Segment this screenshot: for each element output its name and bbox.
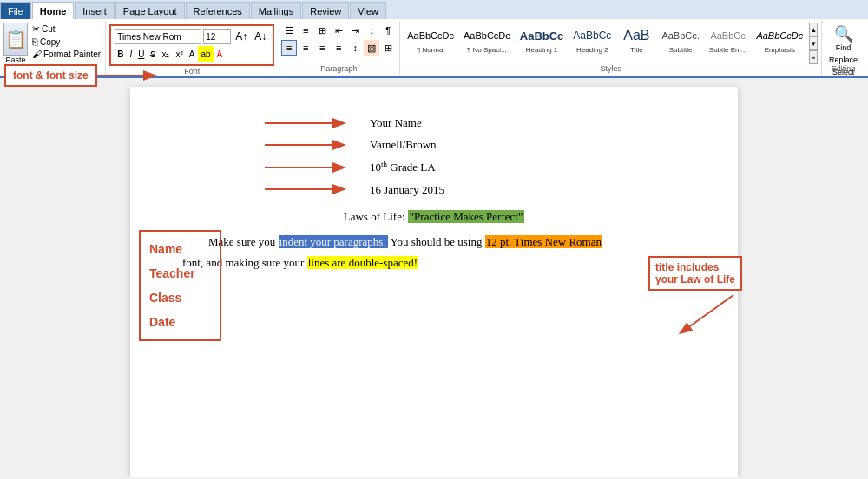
find-button[interactable]: 🔍 Find [827, 23, 859, 54]
line-spacing-button[interactable]: ↕ [347, 40, 363, 56]
show-hide-button[interactable]: ¶ [380, 23, 396, 38]
styles-scroll-up[interactable]: ▲ [809, 23, 818, 36]
style-heading1[interactable]: AaBbCc Heading 1 [516, 23, 568, 64]
tab-home[interactable]: Home [32, 2, 75, 19]
find-label: Find [836, 43, 852, 52]
multilevel-button[interactable]: ⊞ [314, 23, 330, 38]
tab-review[interactable]: Review [302, 2, 349, 19]
align-center-button[interactable]: ≡ [298, 40, 313, 56]
styles-group-label: Styles [400, 64, 821, 73]
highlight-button[interactable]: ab [198, 46, 213, 62]
ribbon-tabs: File Home Insert Page Layout References … [0, 0, 868, 19]
tab-page-layout[interactable]: Page Layout [115, 2, 185, 19]
style-normal[interactable]: AaBbCcDc ¶ Normal [404, 23, 457, 64]
tab-references[interactable]: References [186, 2, 250, 19]
format-painter-label: Format Painter [43, 49, 101, 59]
title-highlight: "Practice Makes Perfect" [408, 210, 524, 223]
styles-group: AaBbCcDc ¶ Normal AaBbCcDc ¶ No Spaci...… [400, 21, 822, 75]
date-label: Date [149, 310, 211, 334]
numbering-button[interactable]: ≡ [298, 23, 313, 38]
subscript-button[interactable]: x₂ [159, 46, 172, 62]
styles-scroll-buttons: ▲ ▼ ≡ [809, 23, 818, 64]
sort-button[interactable]: ↕ [364, 23, 379, 38]
increase-indent-button[interactable]: ⇥ [347, 23, 363, 38]
style-emphasis[interactable]: AaBbCcDc Emphasis [753, 23, 806, 64]
style-normal-preview: AaBbCcDc [407, 25, 454, 46]
style-no-spacing-preview: AaBbCcDc [464, 25, 510, 46]
font-grow-button[interactable]: A↑ [233, 29, 250, 44]
page: Name Teacher Class Date Your Name [130, 87, 738, 477]
font-name-input[interactable] [115, 29, 201, 44]
font-group-highlight: A↑ A↓ B I U S̶ x₂ x² A ab A [109, 24, 274, 66]
copy-button[interactable]: ⎘ Copy [31, 36, 102, 48]
paragraph-group: ☰ ≡ ⊞ ⇤ ⇥ ↕ ¶ ≡ ≡ ≡ ≡ ↕ ▧ ⊞ Paragraph [278, 21, 400, 75]
font-color-button[interactable]: A [214, 46, 226, 62]
title-line: Laws of Life: "Practice Makes Perfect" [182, 207, 686, 226]
align-left-button[interactable]: ≡ [281, 40, 297, 56]
paragraph-group-label: Paragraph [278, 64, 399, 73]
title-annotation: title includes your Law of Life [648, 256, 742, 338]
style-title-preview: AaB [623, 25, 649, 46]
tab-file[interactable]: File [0, 2, 31, 19]
name-label: Name [149, 237, 211, 261]
body-text-1b: You should be using [388, 235, 485, 248]
styles-more[interactable]: ≡ [809, 50, 818, 64]
align-right-button[interactable]: ≡ [314, 40, 330, 56]
style-subtitle[interactable]: AaBbCc. Subtitle [658, 23, 702, 64]
replace-label: Replace [829, 56, 858, 64]
style-subtle-em[interactable]: AaBbCc Subtle Em... [706, 23, 751, 64]
style-title[interactable]: AaB Title [617, 23, 655, 64]
name-line: Your Name [182, 113, 686, 133]
class-suffix: th [381, 160, 387, 168]
teacher-value: Varnell/Brown [370, 135, 437, 154]
style-heading1-preview: AaBbCc [520, 25, 564, 46]
strikethrough-button[interactable]: S̶ [148, 46, 158, 62]
name-arrow [265, 115, 365, 131]
underline-button[interactable]: U [135, 46, 147, 62]
teacher-arrow [265, 137, 365, 153]
font-name-row: A↑ A↓ [115, 29, 269, 44]
font-shrink-button[interactable]: A↓ [252, 29, 269, 44]
editing-group-label: Editing [822, 64, 865, 73]
font-annotation-arrow [97, 67, 167, 84]
format-painter-icon: 🖌 [32, 49, 42, 59]
cut-button[interactable]: ✂ Cut [31, 23, 102, 36]
superscript-button[interactable]: x² [173, 46, 185, 62]
class-label: Class [149, 285, 211, 310]
style-subtitle-preview: AaBbCc. [661, 25, 699, 46]
title-annotation-box: title includes your Law of Life [648, 256, 742, 291]
style-heading2[interactable]: AaBbCc Heading 2 [569, 23, 615, 64]
style-emphasis-preview: AaBbCcDc [756, 25, 803, 46]
decrease-indent-button[interactable]: ⇤ [331, 23, 346, 38]
class-number: 10 [370, 161, 381, 174]
style-subtle-em-preview: AaBbCc [710, 25, 745, 46]
styles-scroll-down[interactable]: ▼ [809, 36, 818, 50]
justify-button[interactable]: ≡ [331, 40, 346, 56]
font-size-input[interactable] [203, 29, 231, 44]
bold-button[interactable]: B [115, 46, 126, 62]
class-value: 10th Grade LA [370, 157, 436, 178]
italic-button[interactable]: I [127, 46, 135, 62]
tab-view[interactable]: View [350, 2, 386, 19]
body-paragraph-2: font, and making sure your lines are dou… [182, 253, 686, 272]
title-prefix: Laws of Life: [344, 210, 408, 223]
paste-label: Paste [5, 56, 25, 64]
tab-insert[interactable]: Insert [75, 2, 115, 19]
borders-button[interactable]: ⊞ [380, 40, 396, 56]
text-effects-button[interactable]: A [187, 46, 198, 62]
mla-header: Your Name Varnell/Brown [182, 113, 686, 200]
paste-button[interactable]: 📋 Paste [3, 23, 28, 64]
format-painter-button[interactable]: 🖌 Format Painter [31, 48, 102, 60]
shading-button[interactable]: ▧ [364, 40, 379, 56]
body-indent-highlight: indent your paragraphs! [279, 235, 388, 248]
style-heading2-label: Heading 2 [576, 46, 608, 54]
copy-label: Copy [40, 37, 60, 47]
font-annotation-box: font & font size [4, 64, 97, 87]
body-font-highlight: 12 pt. Times New Roman [485, 235, 602, 248]
style-no-spacing[interactable]: AaBbCcDc ¶ No Spaci... [460, 23, 514, 64]
class-arrow [265, 160, 365, 175]
style-normal-label: ¶ Normal [417, 46, 444, 54]
tab-mailings[interactable]: Mailings [251, 2, 301, 19]
bullets-button[interactable]: ☰ [281, 23, 297, 38]
styles-row: AaBbCcDc ¶ Normal AaBbCcDc ¶ No Spaci...… [404, 23, 818, 64]
